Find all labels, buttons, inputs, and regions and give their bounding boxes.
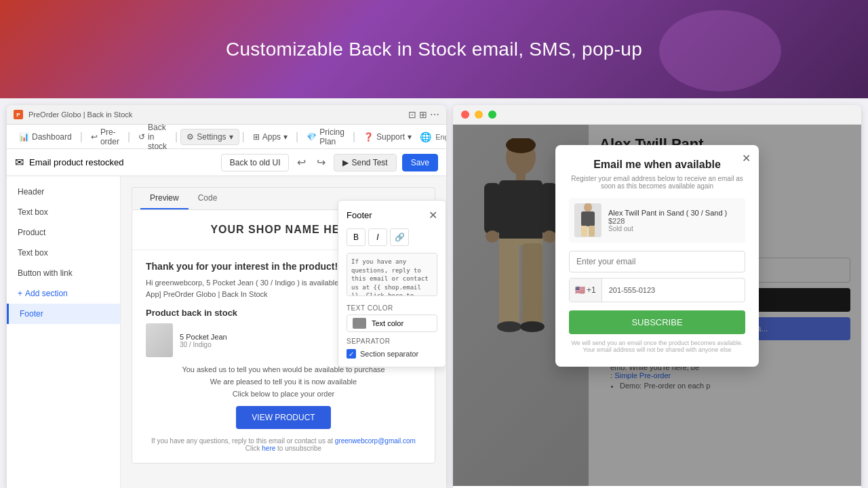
- nav-settings[interactable]: ⚙ Settings ▾: [180, 129, 239, 145]
- nav-settings-label: Settings: [197, 132, 226, 142]
- sidebar-item-textbox2[interactable]: Text box: [7, 243, 120, 263]
- email-modal: ✕ Email me when available Register your …: [555, 145, 759, 367]
- nav-apps[interactable]: ⊞ Apps ▾: [248, 129, 293, 144]
- sidebar-item-header[interactable]: Header: [7, 182, 120, 202]
- plus-icon: +: [18, 289, 22, 298]
- modal-product-price: $228: [608, 217, 727, 225]
- nav-preorder-label: Pre-order: [100, 127, 119, 146]
- nav-apps-label: Apps: [262, 132, 281, 142]
- footer-content-textarea[interactable]: If you have any questions, reply to this…: [347, 253, 437, 296]
- support-chevron-icon: ▾: [408, 132, 412, 142]
- modal-title: Email me when available: [569, 159, 745, 171]
- browser-bar: P PreOrder Globo | Back in Stock ⊡ ⊞ ⋯: [7, 105, 446, 125]
- modal-subtitle: Register your email address below to rec…: [569, 175, 745, 190]
- favicon-letter: P: [16, 112, 20, 118]
- subscribe-button[interactable]: SUBSCRIBE: [569, 310, 745, 334]
- nav-divider-5: |: [296, 131, 298, 143]
- right-browser-bar: [453, 105, 861, 125]
- separator-checkbox[interactable]: ✓: [347, 349, 356, 359]
- modal-product-image: [574, 203, 601, 237]
- modal-close-button[interactable]: ✕: [742, 152, 751, 165]
- sidebar-item-button-link[interactable]: Button with link: [7, 263, 120, 283]
- svg-rect-16: [589, 226, 595, 237]
- browser-close[interactable]: ⋯: [430, 109, 439, 120]
- italic-button[interactable]: I: [368, 228, 387, 246]
- modal-product-row: Alex Twill Pant in Sand ( 30 / Sand ) $2…: [569, 198, 745, 243]
- sidebar-item-add-section[interactable]: + Add section: [7, 283, 120, 304]
- browser-maximize[interactable]: ⊞: [419, 109, 427, 120]
- sidebar-item-product[interactable]: Product: [7, 222, 120, 243]
- footer-label: Footer: [20, 309, 43, 319]
- sidebar-item-textbox1[interactable]: Text box: [7, 202, 120, 222]
- apps-icon: ⊞: [253, 132, 260, 142]
- nav-support-label: Support: [376, 132, 405, 142]
- browser-minimize[interactable]: ⊡: [408, 109, 416, 120]
- nav-backinstock[interactable]: ↺ Back in stock: [133, 120, 172, 154]
- email-footer-text: If you have any questions, reply to this…: [151, 437, 333, 445]
- save-button[interactable]: Save: [402, 154, 438, 171]
- modal-overlay: ✕ Email me when available Register your …: [453, 125, 861, 486]
- globe-icon: 🌐: [420, 131, 431, 142]
- modal-email-input[interactable]: [569, 251, 745, 272]
- flag-icon: 🇺🇸: [575, 285, 585, 295]
- view-product-button[interactable]: VIEW PRODUCT: [236, 406, 331, 429]
- modal-note: We will send you an email once the produ…: [569, 340, 745, 353]
- email-footer-unsub: to unsubscribe: [277, 445, 321, 452]
- traffic-light-red: [461, 110, 469, 119]
- undo-button[interactable]: ↩: [294, 153, 309, 171]
- phone-flag: 🇺🇸 +1: [570, 279, 602, 302]
- email-footer-click: Click: [245, 445, 260, 452]
- send-test-button[interactable]: ▶ Send Test: [334, 154, 396, 171]
- top-nav: 📊 Dashboard | ↩ Pre-order | ↺ Back in st…: [7, 125, 446, 149]
- nav-pricing[interactable]: 💎 Pricing Plan: [301, 125, 350, 149]
- footer-panel-close-button[interactable]: ✕: [429, 209, 437, 222]
- text-color-swatch[interactable]: Text color: [347, 314, 437, 332]
- email-product-image: [146, 323, 173, 357]
- sidebar-item-footer[interactable]: Footer: [7, 304, 120, 324]
- textbox2-label: Text box: [18, 248, 48, 258]
- preorder-icon: ↩: [91, 132, 98, 142]
- sidebar: Header Text box Product Text box Button …: [7, 176, 121, 488]
- hero-banner: Customizable Back in Stock email, SMS, p…: [0, 0, 868, 98]
- email-icon: ✉: [15, 156, 24, 169]
- pricing-icon: 💎: [307, 132, 317, 142]
- email-product-name: 5 Pocket Jean: [180, 333, 227, 341]
- bold-button[interactable]: B: [347, 228, 366, 246]
- separator-option-label: Section separator: [360, 350, 418, 358]
- color-swatch-preview: [353, 318, 366, 329]
- send-test-label: Send Test: [351, 158, 387, 167]
- email-footer-email-link[interactable]: greenwebcorp@gmail.com: [335, 437, 416, 445]
- footer-panel-title: Footer: [347, 210, 372, 220]
- settings-icon: ⚙: [186, 132, 194, 142]
- redo-button[interactable]: ↪: [314, 153, 328, 171]
- button-link-label: Button with link: [18, 268, 73, 278]
- back-to-old-ui-button[interactable]: Back to old UI: [221, 154, 290, 171]
- support-icon: ❓: [363, 132, 374, 142]
- send-icon: ▶: [342, 158, 349, 167]
- modal-phone-row: 🇺🇸 +1: [569, 278, 745, 302]
- text-color-section-label: TEXT COLOR: [347, 304, 437, 312]
- email-line2: We are pleased to tell you it is now ava…: [146, 378, 421, 386]
- phone-prefix: +1: [587, 285, 596, 295]
- browser-actions: ⊡ ⊞ ⋯: [408, 109, 439, 120]
- nav-divider-2: |: [127, 131, 130, 143]
- tab-preview[interactable]: Preview: [140, 188, 189, 209]
- tab-code[interactable]: Code: [189, 188, 227, 209]
- modal-product-thumb: [574, 203, 601, 237]
- modal-sold-out-label: Sold out: [608, 225, 727, 232]
- link-button[interactable]: 🔗: [390, 228, 409, 246]
- phone-input[interactable]: [602, 281, 745, 300]
- check-icon: ✓: [349, 350, 354, 358]
- editor-area: Header Text box Product Text box Button …: [7, 176, 446, 488]
- nav-support[interactable]: ❓ Support ▾: [358, 129, 417, 144]
- email-footer-here-link[interactable]: here: [262, 445, 275, 452]
- nav-preorder[interactable]: ↩ Pre-order: [85, 125, 125, 149]
- hero-title: Customizable Back in Stock email, SMS, p…: [226, 39, 642, 60]
- add-section-label: Add section: [25, 289, 68, 298]
- nav-divider-4: |: [242, 131, 245, 143]
- nav-dashboard[interactable]: 📊 Dashboard: [14, 129, 77, 144]
- modal-product-name: Alex Twill Pant in Sand ( 30 / Sand ): [608, 209, 727, 217]
- textbox1-label: Text box: [18, 207, 48, 217]
- traffic-light-yellow: [475, 110, 483, 119]
- text-format-buttons: B I 🔗: [347, 228, 437, 246]
